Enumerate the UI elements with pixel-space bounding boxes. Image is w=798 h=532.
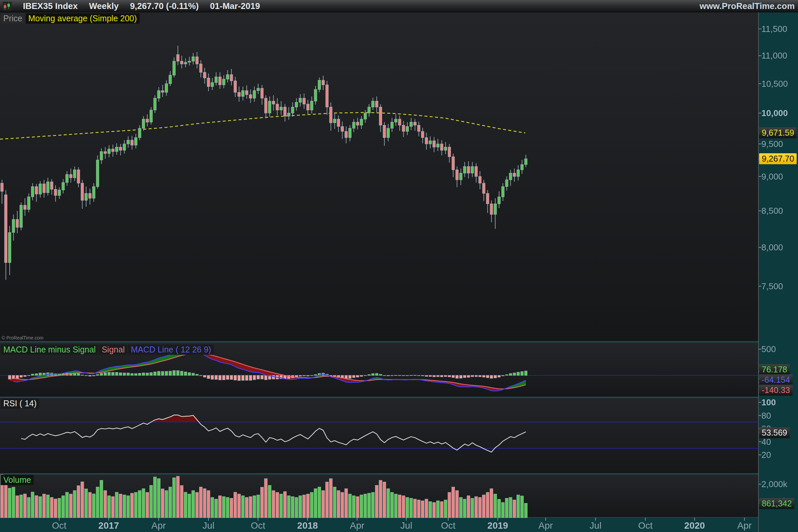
ma200-value-badge: 9,671.59 bbox=[759, 127, 797, 138]
rsi-value-badge: 53.569 bbox=[759, 427, 790, 438]
x-axis-tick-label: 2018 bbox=[297, 520, 318, 531]
last-price-badge: 9,267.70 bbox=[759, 153, 797, 164]
rsi-label[interactable]: RSI ( 14) bbox=[1, 398, 39, 408]
axis-tick-label: 10,500 bbox=[761, 78, 788, 89]
x-axis-tick-label: Jul bbox=[400, 520, 412, 531]
axis-tick-label: 11,500 bbox=[761, 24, 787, 34]
date-label: 01-Mar-2019 bbox=[210, 1, 260, 11]
rsi-panel-legend: RSI ( 14) bbox=[1, 398, 39, 408]
volume-label[interactable]: Volume bbox=[1, 475, 34, 485]
title-bar: IBEX35 Index Weekly 9,267.70 (-0.11%) 01… bbox=[0, 0, 798, 12]
x-axis-tick-label: 2020 bbox=[684, 520, 705, 531]
x-axis-tick-label: Oct bbox=[638, 520, 653, 531]
macd-line-value-badge: -64.154 bbox=[759, 374, 793, 385]
axis-tick-label: 80 bbox=[761, 410, 771, 421]
app-icon bbox=[3, 2, 12, 11]
x-axis-tick-label: Oct bbox=[441, 520, 456, 531]
moving-average-label[interactable]: Moving average (Simple 200) bbox=[25, 13, 140, 24]
x-axis-tick-label: Oct bbox=[52, 520, 66, 531]
axis-tick-label: 2,000k bbox=[761, 479, 787, 490]
axis-tick-label: 9,000 bbox=[761, 171, 783, 182]
symbol-title: IBEX35 Index bbox=[23, 1, 78, 11]
x-axis-tick-label: Apr bbox=[350, 520, 364, 531]
price-label[interactable]: Price bbox=[1, 13, 25, 24]
x-axis-tick-label: 2017 bbox=[98, 520, 119, 531]
axis-tick-label: 100 bbox=[761, 397, 776, 407]
axis-tick-label: 8,000 bbox=[761, 242, 783, 252]
signal-value-badge: -140.33 bbox=[759, 385, 793, 396]
x-axis-tick-label: Oct bbox=[251, 520, 265, 531]
axis-tick-label: 9,500 bbox=[761, 139, 783, 149]
website-label: www.ProRealTime.com bbox=[700, 1, 798, 11]
macd-hist-label[interactable]: MACD Line minus Signal bbox=[1, 344, 98, 355]
axis-tick-label: 8,500 bbox=[761, 206, 783, 216]
price-chart-canvas[interactable] bbox=[0, 0, 798, 532]
x-axis-tick-label: Apr bbox=[538, 520, 553, 531]
last-price-change: 9,267.70 (-0.11%) bbox=[130, 1, 199, 11]
x-axis-tick-label: 2019 bbox=[488, 520, 508, 531]
x-axis-tick-label: Jul bbox=[203, 520, 214, 531]
x-axis-tick-label: Jul bbox=[590, 520, 602, 531]
copyright-label: © ProRealTime.com bbox=[2, 335, 43, 341]
price-panel-legend: Price Moving average (Simple 200) bbox=[1, 13, 140, 24]
axis-tick-label: 20 bbox=[761, 450, 771, 460]
volume-panel-legend: Volume bbox=[1, 475, 34, 485]
axis-tick-label: 500 bbox=[761, 344, 776, 355]
axis-tick-label: 7,500 bbox=[761, 281, 783, 291]
macd-line-label[interactable]: MACD Line ( 12 26 9) bbox=[128, 344, 214, 355]
x-axis-tick-label: Apr bbox=[151, 520, 166, 531]
macd-panel-legend: MACD Line minus Signal Signal MACD Line … bbox=[1, 344, 214, 355]
axis-tick-label: 11,000 bbox=[761, 51, 787, 61]
macd-signal-label[interactable]: Signal bbox=[99, 344, 128, 355]
timeframe-label: Weekly bbox=[89, 1, 119, 11]
macd-hist-value-badge: 76.178 bbox=[759, 364, 790, 375]
volume-value-badge: 861,342 bbox=[759, 498, 794, 509]
x-axis-tick-label: Apr bbox=[737, 520, 752, 531]
axis-tick-label: 10,000 bbox=[761, 108, 788, 118]
